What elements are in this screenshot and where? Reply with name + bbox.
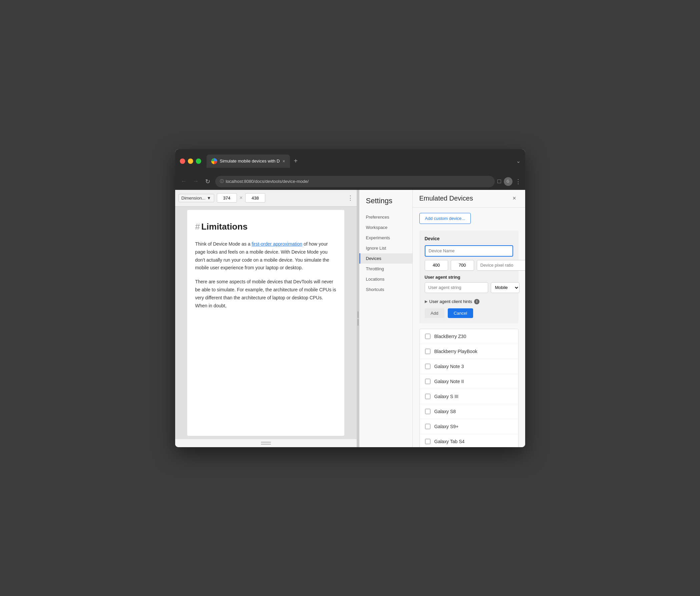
settings-panel: Settings Preferences Workspace Experimen… [359, 190, 525, 447]
address-bar: ← → ↻ ⓘ localhost:8080/docs/devtools/dev… [175, 173, 525, 190]
settings-sidebar: Settings Preferences Workspace Experimen… [359, 190, 413, 447]
galaxy-s8-checkbox[interactable] [425, 409, 430, 414]
width-input[interactable] [217, 193, 237, 203]
sidebar-item-experiments[interactable]: Experiments [359, 232, 412, 243]
back-button[interactable]: ← [179, 177, 189, 186]
blackberry-z30-checkbox[interactable] [425, 334, 430, 339]
para1-before-link: Think of Device Mode as a [195, 241, 252, 247]
galaxy-s8-label: Galaxy S8 [434, 409, 513, 414]
blackberry-playbook-checkbox[interactable] [425, 349, 430, 354]
resize-handle[interactable] [357, 190, 359, 447]
sidebar-item-devices[interactable]: Devices [359, 253, 412, 264]
heading-hash: # [195, 222, 200, 231]
new-tab-button[interactable]: + [291, 156, 301, 166]
settings-body: Add custom device... Device Us [413, 207, 525, 447]
info-icon[interactable]: i [474, 299, 479, 304]
minimize-traffic-light[interactable] [188, 158, 193, 164]
dimension-chevron-icon: ▼ [207, 196, 211, 201]
traffic-lights [180, 158, 201, 164]
section-title: Emulated Devices [419, 195, 473, 202]
devtools-toolbar: Dimension... ▼ × ⋮ [175, 190, 357, 206]
forward-button[interactable]: → [191, 177, 201, 186]
sidebar-item-preferences[interactable]: Preferences [359, 212, 412, 222]
tab-close-icon[interactable]: × [282, 158, 285, 164]
back-arrow-icon: ← [181, 178, 187, 185]
settings-main: Emulated Devices × Add custom device... … [413, 190, 525, 447]
close-button[interactable]: × [510, 195, 519, 203]
page-heading: #Limitations [195, 220, 336, 234]
bookmark-icon[interactable]: □ [498, 178, 501, 185]
dimension-separator: × [240, 195, 243, 201]
scrollbar-hint [175, 439, 357, 447]
url-bar[interactable]: ⓘ localhost:8080/docs/devtools/device-mo… [215, 176, 495, 187]
add-custom-device-button[interactable]: Add custom device... [419, 213, 471, 224]
heading-text: Limitations [201, 222, 248, 231]
dimension-select[interactable]: Dimension... ▼ [178, 194, 214, 202]
galaxy-tab-s4-label: Galaxy Tab S4 [434, 439, 513, 444]
galaxy-note2-checkbox[interactable] [425, 379, 430, 384]
forward-arrow-icon: → [193, 178, 199, 185]
page-paragraph-1: Think of Device Mode as a first-order ap… [195, 240, 336, 272]
galaxy-note3-checkbox[interactable] [425, 364, 430, 369]
galaxy-s9plus-label: Galaxy S9+ [434, 424, 513, 429]
title-bar: Simulate mobile devices with D × + ⌄ [175, 149, 525, 173]
blackberry-playbook-label: Blackberry PlayBook [434, 349, 513, 354]
toolbar-right: □ G ⋮ [498, 177, 521, 186]
tab-bar: Simulate mobile devices with D × + ⌄ [206, 154, 521, 168]
galaxy-tab-s4-checkbox[interactable] [425, 439, 430, 444]
galaxy-s3-checkbox[interactable] [425, 394, 430, 399]
browser-content: Dimension... ▼ × ⋮ #Limitations Think of… [175, 190, 525, 447]
user-agent-input[interactable] [425, 282, 488, 293]
browser-window: Simulate mobile devices with D × + ⌄ ← →… [175, 149, 525, 447]
drag-handle-icon[interactable] [261, 442, 271, 445]
sidebar-item-ignore-list[interactable]: Ignore List [359, 243, 412, 253]
list-item: Galaxy Note 3 [420, 359, 518, 374]
reload-button[interactable]: ↻ [203, 177, 212, 186]
maximize-traffic-light[interactable] [196, 158, 201, 164]
cancel-button[interactable]: Cancel [448, 308, 473, 318]
page-card: #Limitations Think of Device Mode as a f… [187, 210, 345, 436]
reload-icon: ↻ [205, 178, 210, 185]
sidebar-item-workspace[interactable]: Workspace [359, 222, 412, 232]
devtools-panel: Dimension... ▼ × ⋮ #Limitations Think of… [175, 190, 357, 447]
add-button[interactable]: Add [425, 308, 444, 318]
sidebar-item-throttling[interactable]: Throttling [359, 264, 412, 274]
toolbar-more-icon[interactable]: ⋮ [347, 194, 353, 202]
galaxy-note3-label: Galaxy Note 3 [434, 364, 513, 369]
tab-overflow-icon[interactable]: ⌄ [516, 158, 521, 164]
galaxy-s3-label: Galaxy S III [434, 394, 513, 399]
user-agent-row: Mobile Desktop Tablet [425, 282, 513, 293]
device-form-title: Device [425, 236, 513, 241]
tab-title: Simulate mobile devices with D [220, 158, 280, 164]
first-order-link[interactable]: first-order approximation [252, 241, 302, 247]
list-item: Galaxy Tab S4 [420, 434, 518, 447]
list-item: Blackberry PlayBook [420, 344, 518, 359]
blackberry-z30-label: BlackBerry Z30 [434, 334, 513, 339]
device-width-input[interactable] [425, 260, 448, 271]
avatar[interactable]: G [504, 177, 512, 186]
user-agent-label: User agent string [425, 275, 513, 280]
device-form: Device User agent string [419, 230, 519, 323]
galaxy-s9plus-checkbox[interactable] [425, 424, 430, 429]
settings-title: Settings [359, 197, 412, 212]
user-agent-section: User agent string Mobile Desktop Tablet [425, 275, 513, 293]
device-name-input[interactable] [425, 245, 513, 257]
user-agent-type-select[interactable]: Mobile Desktop Tablet [491, 282, 520, 293]
list-item: Galaxy S9+ [420, 419, 518, 434]
close-traffic-light[interactable] [180, 158, 185, 164]
url-text: localhost:8080/docs/devtools/device-mode… [226, 179, 309, 184]
sidebar-item-locations[interactable]: Locations [359, 274, 412, 284]
active-tab[interactable]: Simulate mobile devices with D × [206, 154, 290, 168]
list-item: Galaxy S III [420, 389, 518, 404]
list-item: Galaxy Note II [420, 374, 518, 389]
client-hints-label: User agent client hints [429, 299, 472, 304]
height-input[interactable] [245, 193, 265, 203]
list-item: Galaxy S8 [420, 404, 518, 419]
device-pixel-ratio-input[interactable] [477, 260, 525, 271]
more-menu-icon[interactable]: ⋮ [515, 178, 521, 185]
list-item: BlackBerry Z30 [420, 329, 518, 344]
sidebar-item-shortcuts[interactable]: Shortcuts [359, 284, 412, 295]
device-height-input[interactable] [451, 260, 474, 271]
client-hints-row[interactable]: ▶ User agent client hints i [425, 296, 513, 307]
form-actions: Add Cancel [425, 307, 513, 318]
